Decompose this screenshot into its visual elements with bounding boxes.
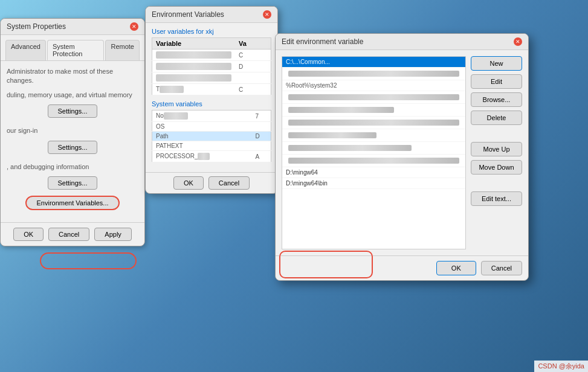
sys-vars-table: No7 OS PathD PATHEXT PROCESSOR_A	[152, 110, 271, 162]
move-up-button[interactable]: Move Up	[471, 142, 522, 156]
table-row[interactable]: OS	[152, 122, 271, 132]
sign-in-settings-button[interactable]: Settings...	[48, 141, 98, 154]
var-col-header: Variable	[152, 38, 236, 50]
table-row[interactable]: C	[152, 50, 271, 61]
list-item[interactable]	[282, 91, 465, 104]
sys-props-title: System Properties	[7, 22, 66, 31]
csdn-watermark: CSDN @余yida	[534, 361, 588, 372]
edit-env-body: C:\...\Common... %Root%\system32	[276, 50, 528, 255]
env-ok-button[interactable]: OK	[173, 176, 204, 190]
sys-ok-button[interactable]: OK	[13, 228, 44, 241]
performance-settings-button[interactable]: Settings...	[48, 104, 98, 118]
sys-props-titlebar: System Properties ✕	[1, 19, 144, 35]
tab-system-protection[interactable]: System Protection	[47, 40, 105, 60]
env-vars-title: Environment Variables	[152, 10, 224, 19]
debug-text: , and debugging information	[7, 162, 138, 172]
list-item-mingw64[interactable]: D:\mingw64	[282, 167, 465, 178]
sys-props-footer: OK Cancel Apply	[1, 222, 144, 246]
red-circle-env-vars	[40, 252, 137, 269]
edit-env-close-icon[interactable]: ✕	[514, 37, 522, 46]
sys-props-tabs: Advanced System Protection Remote	[1, 35, 144, 61]
list-item[interactable]	[282, 155, 465, 167]
table-row[interactable]: TC	[152, 84, 271, 95]
sys-cancel-button[interactable]: Cancel	[48, 228, 89, 241]
edit-env-title: Edit environment variable	[282, 37, 363, 46]
user-vars-title: User variables for xkj	[152, 28, 271, 35]
edit-environment-variable-window: Edit environment variable ✕ C:\...\Commo…	[275, 33, 529, 281]
env-variable-list[interactable]: C:\...\Common... %Root%\system32	[282, 56, 466, 249]
environment-variables-window: Environment Variables ✕ User variables f…	[145, 6, 278, 194]
list-item[interactable]: C:\...\Common...	[282, 57, 465, 68]
user-vars-table: Variable Va C D TC	[152, 37, 271, 95]
table-row[interactable]	[152, 72, 271, 84]
debug-settings-button[interactable]: Settings...	[48, 176, 98, 190]
performance-text: duling, memory usage, and virtual memory	[7, 91, 138, 100]
tab-remote[interactable]: Remote	[105, 40, 140, 60]
list-item[interactable]	[282, 104, 465, 117]
table-row[interactable]: No7	[152, 111, 271, 122]
system-properties-window: System Properties ✕ Advanced System Prot…	[0, 18, 145, 246]
sys-vars-title: System variables	[152, 100, 271, 107]
environment-variables-button[interactable]: Environment Variables...	[25, 196, 119, 210]
table-row[interactable]: PATHEXT	[152, 141, 271, 151]
close-icon[interactable]: ✕	[130, 22, 138, 31]
env-vars-titlebar: Environment Variables ✕	[146, 7, 277, 23]
admin-text: Administrator to make most of these chan…	[7, 67, 138, 86]
list-item-mingw64-bin[interactable]: D:\mingw64\bin	[282, 178, 465, 189]
env-vars-body: User variables for xkj Variable Va C D T…	[146, 23, 277, 172]
list-item[interactable]	[282, 117, 465, 129]
edit-button[interactable]: Edit	[471, 74, 522, 89]
sign-in-text: our sign-in	[7, 126, 138, 135]
sys-props-body: Administrator to make most of these chan…	[1, 61, 144, 222]
edit-env-titlebar: Edit environment variable ✕	[276, 34, 528, 50]
delete-button[interactable]: Delete	[471, 111, 522, 125]
table-row[interactable]: PROCESSOR_A	[152, 151, 271, 162]
val-col-header: Va	[235, 38, 271, 50]
list-item[interactable]	[282, 68, 465, 80]
table-row[interactable]: D	[152, 61, 271, 72]
list-item[interactable]	[282, 142, 465, 155]
env-vars-footer: OK Cancel	[146, 172, 277, 193]
browse-button[interactable]: Browse...	[471, 92, 522, 107]
sys-apply-button[interactable]: Apply	[94, 228, 132, 241]
tab-advanced[interactable]: Advanced	[5, 40, 46, 60]
edit-env-action-buttons: New Edit Browse... Delete Move Up Move D…	[471, 56, 522, 249]
env-cancel-button[interactable]: Cancel	[208, 176, 250, 190]
table-row-path[interactable]: PathD	[152, 132, 271, 141]
list-item[interactable]	[282, 129, 465, 142]
edit-text-button[interactable]: Edit text...	[471, 191, 522, 206]
new-button[interactable]: New	[471, 56, 522, 71]
move-down-button[interactable]: Move Down	[471, 160, 522, 175]
list-item[interactable]: %Root%\system32	[282, 80, 465, 91]
env-close-icon[interactable]: ✕	[263, 10, 271, 19]
edit-env-ok-button[interactable]: OK	[436, 261, 476, 275]
edit-env-cancel-button[interactable]: Cancel	[481, 261, 522, 275]
edit-env-footer: OK Cancel	[276, 255, 528, 280]
